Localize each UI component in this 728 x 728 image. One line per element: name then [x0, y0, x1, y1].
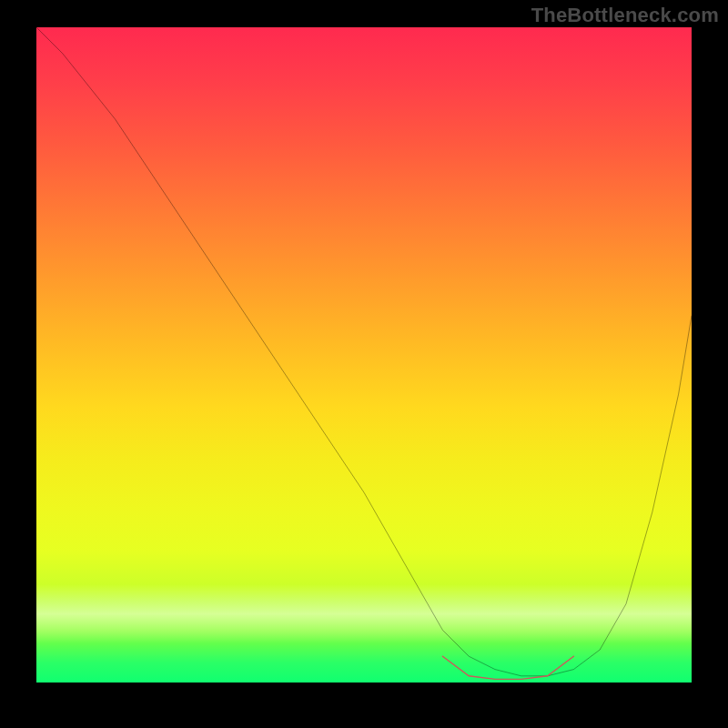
- curve-layer: [36, 27, 692, 682]
- optimal-range-marker: [442, 656, 573, 679]
- bottleneck-curve: [36, 27, 692, 676]
- plot-area: [36, 27, 692, 682]
- chart-frame: TheBottleneck.com: [0, 0, 728, 728]
- watermark-text: TheBottleneck.com: [531, 4, 719, 27]
